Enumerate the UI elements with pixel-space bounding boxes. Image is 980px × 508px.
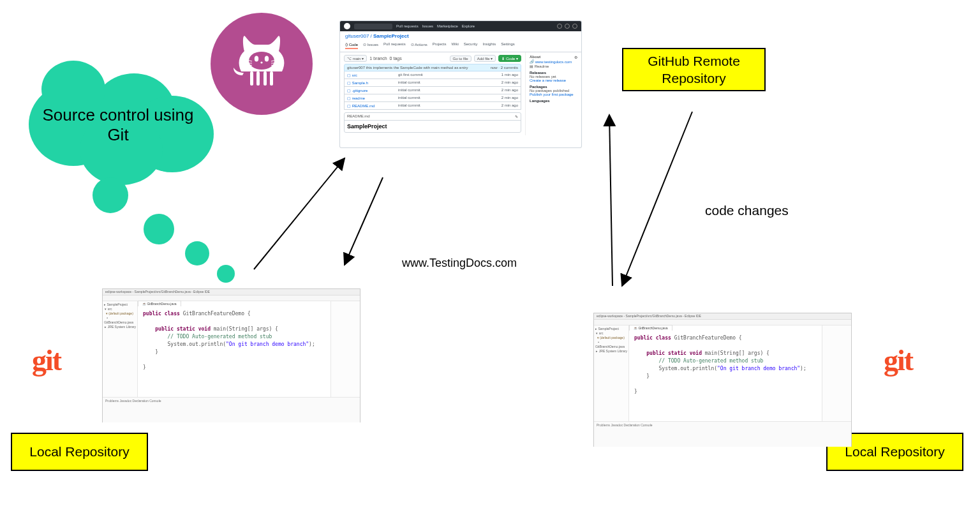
ide-editor-tab[interactable]: ☕ GitBranchDemo.java [629, 325, 672, 331]
svg-rect-7 [270, 71, 273, 86]
arrow-left-down [345, 177, 383, 265]
nav-issues[interactable]: Issues [422, 24, 433, 28]
goto-file-button[interactable]: Go to file [450, 56, 471, 62]
svg-point-3 [260, 61, 262, 63]
code-button[interactable]: ⬇ Code ▾ [498, 55, 521, 62]
ide-editor[interactable]: ☕ GitBranchDemo.java public class GitBra… [629, 325, 822, 421]
tab-wiki[interactable]: Wiki [451, 42, 458, 49]
ide-outline [822, 325, 851, 421]
svg-point-1 [255, 56, 258, 62]
avatar-icon[interactable] [572, 24, 577, 29]
publish-package-link[interactable]: Publish your first package [530, 93, 577, 96]
add-file-button[interactable]: Add file ▾ [474, 55, 496, 62]
thought-cloud: Source control using Git [22, 67, 214, 182]
tab-code[interactable]: ⟨⟩ Code [345, 42, 358, 49]
create-release-link[interactable]: Create a new release [530, 78, 577, 82]
about-link[interactable]: 🔗 www.testingdocs.com [530, 59, 577, 64]
tab-actions[interactable]: ⊙ Actions [411, 42, 427, 49]
cloud-trail-bubble [93, 177, 128, 213]
ide-outline [331, 301, 360, 397]
ide-window-right: eclipse-workspace - SampleProject/src/Gi… [593, 313, 852, 447]
tab-issues[interactable]: ⊙ Issues [363, 42, 378, 49]
file-row[interactable]: ▢ Sample.hinitial commit2 min ago [344, 79, 521, 87]
svg-rect-5 [256, 71, 260, 86]
tab-pulls[interactable]: Pull requests [383, 42, 406, 49]
readme-link[interactable]: ▤ Readme [530, 64, 577, 68]
readme-title: SampleProject [345, 121, 521, 132]
repo-breadcrumb[interactable]: gituser007 / SampleProject [340, 31, 581, 41]
branch-button[interactable]: ⌥ main ▾ [344, 55, 367, 62]
ide-editor[interactable]: ☕ GitBranchDemo.java public class GitBra… [138, 301, 331, 397]
ide-editor-tab[interactable]: ☕ GitBranchDemo.java [138, 301, 181, 306]
cloud-trail-bubble [185, 241, 209, 265]
svg-rect-4 [250, 71, 253, 86]
tab-projects[interactable]: Projects [433, 42, 447, 49]
cloud-trail-bubble [144, 214, 174, 244]
url-label: www.TestingDocs.com [402, 257, 517, 270]
git-logo-right: git [884, 343, 912, 377]
readme-box: README.md✎ SampleProject [344, 112, 521, 133]
nav-explore[interactable]: Explore [462, 24, 475, 28]
ide-project-tree[interactable]: ▸ SampleProject ▾ src ▾ (default package… [103, 301, 138, 397]
file-row[interactable]: ▢ README.mdinitial commit2 min ago [344, 102, 521, 110]
github-octocat-icon [211, 13, 313, 115]
nav-marketplace[interactable]: Marketplace [437, 24, 458, 28]
tab-insights[interactable]: Insights [482, 42, 496, 49]
file-row[interactable]: ▢ srcgit first commit1 min ago [344, 71, 521, 79]
ide-window-left: eclipse-workspace - SampleProject/src/Gi… [102, 288, 360, 422]
repo-tabs: ⟨⟩ Code ⊙ Issues Pull requests ⊙ Actions… [340, 41, 581, 52]
cloud-text: Source control using Git [35, 105, 201, 145]
ide-title: eclipse-workspace - SampleProject/src/Gi… [594, 313, 851, 320]
tags-info[interactable]: 0 tags [390, 56, 402, 61]
ide-title: eclipse-workspace - SampleProject/src/Gi… [103, 289, 360, 295]
code-changes-label: code changes [705, 203, 789, 218]
github-mark-icon [344, 23, 350, 29]
arrow-right-up [609, 115, 612, 286]
branches-info[interactable]: 1 branch [369, 56, 387, 61]
cloud-trail-bubble [217, 265, 235, 283]
arrow-left-up [254, 158, 345, 269]
ide-bottom-panel[interactable]: Problems Javadoc Declaration Console [103, 397, 360, 422]
remote-repo-box: GitHub Remote Repository [622, 48, 766, 91]
github-search-input[interactable] [354, 24, 392, 29]
github-topbar: Pull requests Issues Marketplace Explore [340, 21, 581, 31]
bell-icon[interactable] [557, 24, 562, 29]
ide-bottom-panel[interactable]: Problems Javadoc Declaration Console [594, 421, 851, 447]
arrow-right-down [622, 112, 692, 286]
file-row[interactable]: ▢ readmeinitial commit2 min ago [344, 94, 521, 102]
commit-header: gituser007 this implements the SampleCod… [344, 64, 521, 71]
plus-icon[interactable] [565, 24, 570, 29]
repo-sidebar: About⚙ 🔗 www.testingdocs.com ▤ Readme Re… [525, 52, 581, 135]
file-row[interactable]: ▢ .gitignoreinitial commit2 min ago [344, 87, 521, 94]
svg-rect-6 [264, 71, 267, 86]
git-logo-left: git [32, 343, 61, 377]
local-repo-box-left: Local Repository [11, 433, 148, 471]
pencil-icon[interactable]: ✎ [515, 114, 518, 119]
gear-icon[interactable]: ⚙ [574, 55, 577, 59]
svg-point-2 [265, 56, 269, 62]
nav-pulls[interactable]: Pull requests [396, 24, 419, 28]
tab-settings[interactable]: Settings [501, 42, 515, 49]
svg-point-0 [249, 52, 274, 70]
ide-project-tree[interactable]: ▸ SampleProject ▾ src ▾ (default package… [594, 325, 629, 421]
tab-security[interactable]: Security [464, 42, 478, 49]
github-repo-page: Pull requests Issues Marketplace Explore… [339, 20, 582, 148]
